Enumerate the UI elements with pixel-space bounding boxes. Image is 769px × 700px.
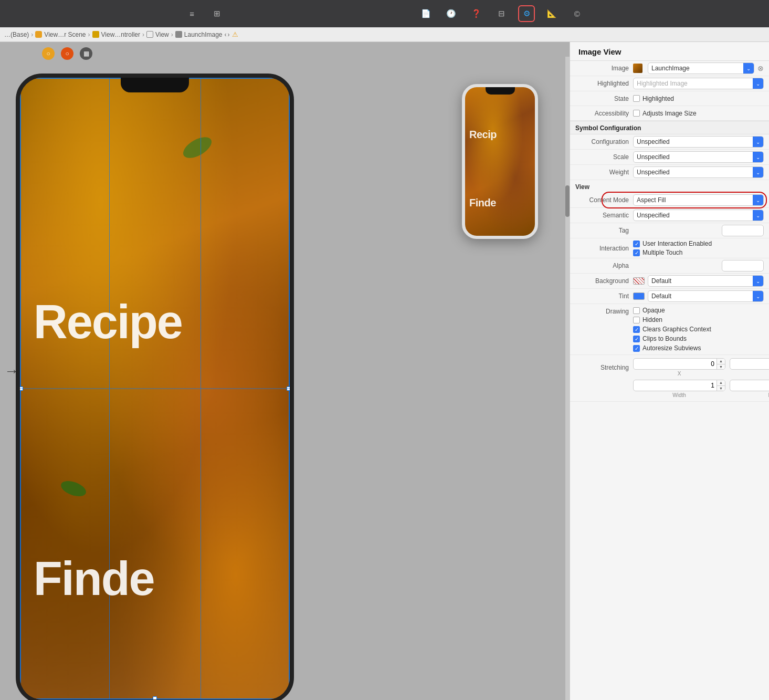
accessibility-label: Accessibility — [575, 110, 633, 117]
document-icon[interactable]: 📄 — [417, 5, 434, 22]
breadcrumb-prev[interactable]: ‹ — [225, 31, 227, 38]
multiple-touch-label: Multiple Touch — [642, 249, 683, 256]
hidden-checkbox[interactable] — [633, 317, 640, 323]
semantic-dropdown[interactable]: Unspecified ⌄ — [633, 210, 764, 221]
clips-bounds-checkbox[interactable]: ✓ — [633, 336, 640, 342]
handle-top-right[interactable] — [287, 78, 290, 81]
semantic-label: Semantic — [575, 212, 633, 219]
breadcrumb-view[interactable]: View — [155, 31, 169, 38]
accessibility-checkbox[interactable] — [633, 110, 640, 117]
device-icon-3[interactable]: ▦ — [80, 47, 92, 60]
highlighted-dropdown[interactable]: Highlighted Image ⌄ — [633, 78, 764, 89]
weight-dropdown[interactable]: Unspecified ⌄ — [633, 166, 764, 178]
handle-bot-mid[interactable] — [153, 696, 157, 699]
weight-label: Weight — [575, 169, 633, 176]
content-mode-row: Content Mode Aspect Fill ⌄ — [570, 193, 769, 208]
handle-bot-right[interactable] — [287, 696, 290, 699]
stretch-y-input[interactable] — [730, 360, 769, 368]
breadcrumb: …(Base) › View…r Scene › View…ntroller ›… — [0, 27, 769, 42]
tint-control: Default ⌄ — [633, 290, 764, 302]
tint-label: Tint — [575, 292, 633, 300]
scale-value: Unspecified — [634, 152, 753, 162]
opaque-checkbox[interactable] — [633, 307, 640, 314]
multiple-touch-checkbox[interactable]: ✓ — [633, 249, 640, 256]
stretch-x-down[interactable]: ▼ — [717, 364, 725, 370]
hidden-label: Hidden — [642, 316, 662, 323]
accessibility-row: Accessibility Adjusts Image Size — [570, 106, 769, 121]
main-area: ○ ○ ▦ → — [0, 42, 769, 700]
highlighted-value: Highlighted Image — [634, 78, 753, 89]
weight-dropdown-arrow: ⌄ — [753, 167, 763, 177]
stretch-h-input[interactable] — [730, 382, 769, 389]
vertical-scrollbar[interactable] — [565, 57, 570, 700]
alpha-label: Alpha — [575, 262, 633, 269]
state-checkbox[interactable] — [633, 95, 640, 102]
clears-graphics-checkbox[interactable]: ✓ — [633, 326, 640, 333]
stretch-x-input[interactable] — [634, 360, 717, 368]
user-interaction-checkbox[interactable]: ✓ — [633, 241, 640, 247]
library-icon[interactable]: ⊟ — [493, 5, 510, 22]
breadcrumb-controller[interactable]: View…ntroller — [101, 31, 140, 38]
background-label: Background — [575, 277, 633, 285]
background-swatch[interactable] — [633, 277, 645, 285]
tag-input[interactable] — [722, 227, 764, 234]
scale-dropdown-arrow: ⌄ — [753, 152, 763, 162]
image-dropdown[interactable]: LaunchImage ⌄ — [648, 62, 754, 74]
user-interaction-row: ✓ User Interaction Enabled — [633, 240, 712, 247]
tint-value: Default — [648, 291, 753, 301]
stretching-size-grid: ▲ ▼ Width ▲ ▼ — [633, 380, 769, 398]
stretch-w-input[interactable] — [634, 382, 717, 389]
background-dropdown[interactable]: Default ⌄ — [648, 275, 764, 287]
background-control: Default ⌄ — [633, 275, 764, 287]
preview-text-bottom: Finde — [469, 197, 496, 209]
hamburger-icon[interactable]: ≡ — [184, 5, 201, 22]
tint-dropdown[interactable]: Default ⌄ — [648, 290, 764, 302]
semantic-row: Semantic Unspecified ⌄ — [570, 208, 769, 223]
highlighted-dropdown-arrow: ⌄ — [753, 78, 763, 89]
stretch-w-up[interactable]: ▲ — [717, 380, 725, 386]
phone-content: Recipe Finde — [20, 78, 290, 699]
autoresize-checkbox[interactable]: ✓ — [633, 345, 640, 352]
handle-bot-left[interactable] — [20, 696, 23, 699]
accessibility-value: Adjusts Image Size — [642, 110, 697, 117]
image-clear-icon[interactable]: ⊗ — [757, 64, 764, 72]
semantic-value: Unspecified — [634, 210, 753, 221]
stretch-x-up[interactable]: ▲ — [717, 359, 725, 364]
alpha-input[interactable] — [722, 262, 764, 269]
breadcrumb-scene[interactable]: View…r Scene — [44, 31, 86, 38]
autoresize-label: Autoresize Subviews — [642, 344, 701, 352]
breadcrumb-next[interactable]: › — [228, 31, 230, 38]
breadcrumb-icon-launch — [175, 31, 182, 38]
breadcrumb-warning: ⚠ — [232, 30, 238, 38]
alpha-input-wrapper: ▲ ▼ — [722, 260, 764, 271]
device-icons-row: ○ ○ ▦ — [42, 47, 92, 60]
scale-dropdown[interactable]: Unspecified ⌄ — [633, 151, 764, 163]
grid-icon[interactable]: ⊞ — [209, 5, 226, 22]
breadcrumb-base[interactable]: …(Base) — [4, 31, 29, 38]
weight-value: Unspecified — [634, 167, 753, 177]
tag-label: Tag — [575, 227, 633, 234]
history-icon[interactable]: 🕐 — [443, 5, 459, 22]
content-mode-dropdown-arrow: ⌄ — [753, 195, 763, 205]
scrollbar-thumb[interactable] — [565, 185, 570, 217]
user-interaction-label: User Interaction Enabled — [642, 240, 712, 247]
handle-top-left[interactable] — [20, 78, 23, 81]
attributes-icon[interactable]: ⚙ — [518, 5, 535, 22]
swift-icon[interactable]: © — [568, 5, 585, 22]
guide-horizontal — [20, 389, 290, 389]
device-icon-1[interactable]: ○ — [42, 47, 55, 60]
help-icon[interactable]: ❓ — [468, 5, 484, 22]
image-thumbnail — [633, 64, 642, 73]
image-label: Image — [575, 65, 633, 72]
tint-swatch[interactable] — [633, 292, 645, 300]
configuration-dropdown-arrow: ⌄ — [753, 137, 763, 147]
state-label: State — [575, 95, 633, 102]
device-icon-2[interactable]: ○ — [61, 47, 73, 60]
ruler-icon[interactable]: 📐 — [543, 5, 560, 22]
swatch-pattern — [634, 278, 644, 284]
configuration-dropdown[interactable]: Unspecified ⌄ — [633, 136, 764, 148]
stretch-w-down[interactable]: ▼ — [717, 386, 725, 391]
breadcrumb-launch[interactable]: LaunchImage — [184, 31, 223, 38]
content-mode-dropdown[interactable]: Aspect Fill ⌄ — [633, 194, 764, 206]
image-control: LaunchImage ⌄ ⊗ — [633, 62, 764, 74]
